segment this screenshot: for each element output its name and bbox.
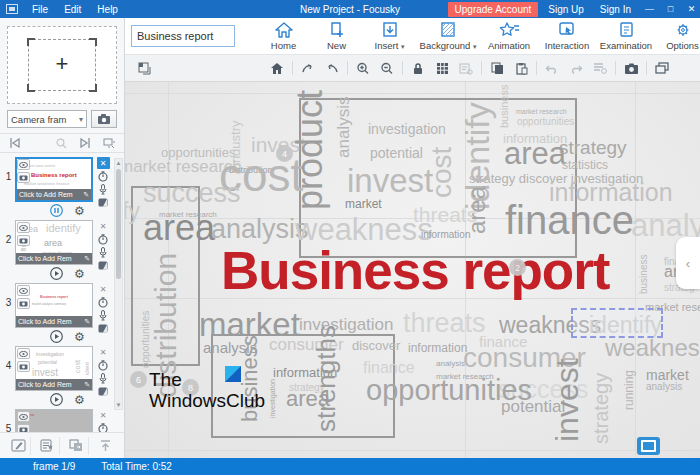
slide-microphone-icon[interactable] — [97, 372, 110, 384]
redo-icon[interactable] — [564, 58, 588, 78]
cloud-word[interactable]: analysis — [436, 360, 465, 368]
scroll-up-icon[interactable]: ▲ — [116, 160, 122, 166]
cloud-word[interactable]: strategy — [591, 373, 611, 444]
paste-icon[interactable] — [509, 58, 533, 78]
copy-icon[interactable] — [485, 58, 509, 78]
slide-timer-icon[interactable] — [97, 233, 110, 245]
preview-eye-button[interactable] — [17, 222, 30, 233]
slide-play-button[interactable] — [50, 267, 63, 280]
camera-type-dropdown[interactable]: Camera fram ▾ — [7, 110, 87, 128]
toolbar-examination[interactable]: Examination — [596, 21, 656, 51]
rotate-left-icon[interactable] — [320, 58, 344, 78]
path-number-badge[interactable]: 6 — [130, 371, 147, 388]
toolbar-interaction[interactable]: Interaction — [538, 21, 596, 51]
cloud-word[interactable]: business — [639, 255, 649, 294]
cloud-word[interactable]: weakness — [605, 336, 700, 360]
delete-slide-button[interactable]: ✕ — [97, 409, 110, 421]
collapse-panel-button[interactable] — [94, 437, 118, 455]
cloud-word[interactable]: finance — [505, 200, 634, 240]
close-button[interactable]: ✕ — [683, 4, 700, 14]
cloud-word[interactable]: area — [465, 186, 489, 234]
slide-settings-gear-icon[interactable]: ⚙ — [73, 204, 86, 217]
menu-edit[interactable]: Edit — [56, 4, 89, 15]
present-button[interactable] — [637, 437, 660, 455]
cloud-word[interactable]: running — [623, 370, 635, 410]
cloud-word[interactable]: statistics — [562, 159, 608, 171]
delete-slide-button[interactable]: ✕ — [97, 283, 110, 295]
switch-window-icon[interactable] — [650, 58, 674, 78]
cloud-word[interactable]: industry — [229, 120, 242, 166]
preview-eye-button[interactable] — [17, 411, 30, 422]
toolbar-new[interactable]: New — [310, 21, 363, 51]
collapse-right-panel-button[interactable]: ‹ — [676, 237, 700, 289]
path-number-badge[interactable]: 4 — [276, 145, 293, 162]
toolbar-animation[interactable]: Animation — [480, 21, 538, 51]
copy-frame-button[interactable] — [65, 437, 89, 455]
edit-frame-button[interactable] — [7, 437, 31, 455]
slide-play-button[interactable] — [50, 393, 63, 406]
zoom-out-icon[interactable] — [375, 58, 399, 78]
sign-up-link[interactable]: Sign Up — [542, 4, 590, 15]
grid-icon[interactable] — [430, 58, 454, 78]
slide-microphone-icon[interactable] — [97, 246, 110, 258]
slide-item[interactable]: 3 Business reportmarket analysis summary… — [2, 283, 124, 346]
project-name-input[interactable] — [131, 25, 235, 47]
slide-play-button[interactable] — [50, 330, 63, 343]
undo-icon[interactable] — [540, 58, 564, 78]
cloud-word[interactable]: potential — [370, 146, 423, 160]
cloud-word[interactable]: strategy — [559, 138, 627, 157]
cloud-word[interactable]: invest — [347, 164, 433, 197]
slide-timer-icon[interactable] — [97, 170, 110, 182]
toolbar-options[interactable]: Options — [656, 21, 700, 51]
cloud-word[interactable]: analysis — [335, 97, 352, 158]
preview-eye-button[interactable] — [17, 285, 30, 296]
cloud-word[interactable]: market research — [516, 108, 567, 115]
slide-item[interactable]: 1 cost area investBusiness reportmarket … — [2, 157, 124, 220]
workspace-layout-icon[interactable] — [133, 58, 157, 78]
zoom-search-icon[interactable] — [50, 135, 72, 151]
cloud-word[interactable]: area — [504, 138, 566, 169]
editor-canvas[interactable]: opportunitiesmarket researchdistribution… — [125, 82, 700, 458]
slide-microphone-icon[interactable] — [97, 309, 110, 321]
slide-item[interactable]: 5 Business ✎ — [2, 409, 124, 432]
cloud-word[interactable]: discover — [352, 339, 400, 352]
scrollbar-thumb[interactable] — [116, 169, 121, 279]
slide-item[interactable]: 4 investigationpotentialinvestcostident … — [2, 346, 124, 409]
screenshot-camera-icon[interactable] — [619, 58, 643, 78]
cloud-word[interactable]: invest — [551, 358, 583, 442]
frame-overview-button[interactable] — [98, 135, 120, 151]
minimize-button[interactable]: — — [641, 4, 658, 14]
scroll-down-icon[interactable]: ▼ — [116, 402, 122, 408]
zoom-in-icon[interactable] — [351, 58, 375, 78]
frame-settings-icon[interactable] — [454, 58, 478, 78]
slide-microphone-icon[interactable] — [97, 183, 110, 195]
add-camera-button[interactable] — [91, 110, 117, 128]
camera-view-button[interactable] — [17, 424, 30, 432]
list-settings-icon[interactable] — [588, 58, 612, 78]
cloud-word[interactable]: investigation — [269, 379, 276, 418]
slide-item[interactable]: 2 areaidentifyareafinastrategy discover … — [2, 220, 124, 283]
cloud-word[interactable]: success — [143, 180, 241, 207]
slide-caption[interactable]: Click to Add Rem ✎ — [16, 379, 92, 390]
cloud-word[interactable]: cost — [428, 147, 456, 198]
preview-eye-button[interactable] — [17, 159, 30, 170]
toolbar-home[interactable]: Home — [257, 21, 310, 51]
slide-caption[interactable]: Click to Add Rem ✎ — [16, 253, 92, 264]
slide-settings-gear-icon[interactable]: ⚙ — [73, 330, 86, 343]
sign-in-link[interactable]: Sign In — [594, 4, 637, 15]
preview-eye-button[interactable] — [17, 348, 30, 359]
menu-file[interactable]: File — [24, 4, 56, 15]
delete-slide-button[interactable]: ✕ — [97, 157, 110, 169]
camera-view-button[interactable] — [17, 298, 30, 309]
cloud-word[interactable]: analysis — [211, 216, 309, 243]
slide-timer-icon[interactable] — [97, 359, 110, 371]
cloud-word[interactable]: investigation — [368, 122, 446, 136]
cloud-word[interactable]: opportunities — [366, 376, 532, 405]
path-number-badge[interactable]: 2 — [509, 259, 526, 276]
maximize-button[interactable]: □ — [662, 4, 679, 14]
cloud-word[interactable]: information — [408, 342, 467, 354]
camera-frame-preview[interactable]: + — [7, 26, 117, 104]
cloud-word[interactable]: analysis — [646, 382, 682, 392]
cloud-word[interactable]: strengths — [313, 325, 339, 432]
cloud-word[interactable]: market — [345, 198, 382, 210]
